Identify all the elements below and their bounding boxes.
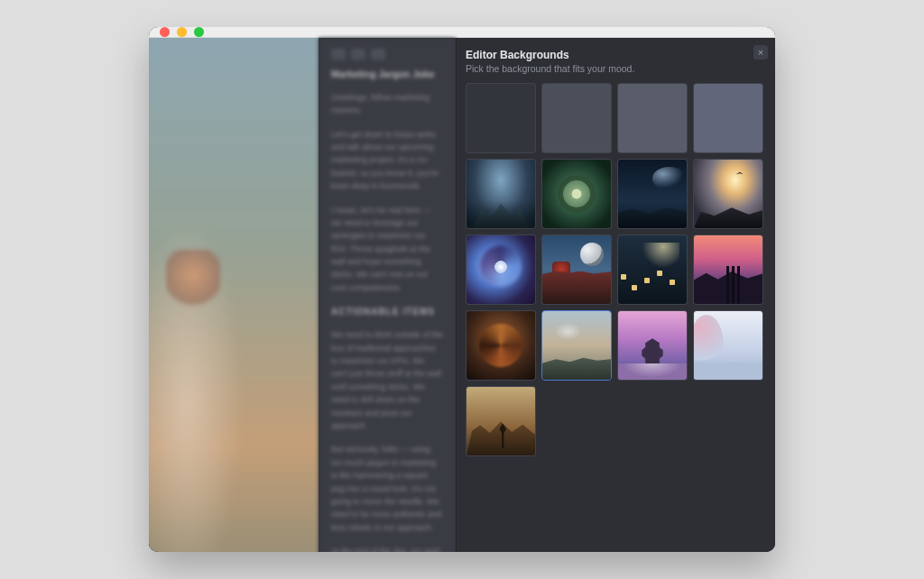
background-tile-mountain-spires[interactable] bbox=[466, 159, 536, 229]
thumbnail-art bbox=[467, 387, 535, 455]
background-tile-solid-slate[interactable] bbox=[541, 83, 612, 153]
backgrounds-grid bbox=[466, 83, 766, 456]
backgrounds-panel: × Editor Backgrounds Pick the background… bbox=[456, 38, 775, 552]
app-window: Marketing Jargon Joke Greetings, fellow … bbox=[149, 27, 775, 552]
background-tile-desert-canyon[interactable] bbox=[466, 386, 536, 456]
thumbnail-art bbox=[467, 311, 535, 380]
background-tile-forest-portal[interactable] bbox=[541, 159, 612, 229]
thumbnail-art bbox=[542, 235, 611, 304]
panel-subtitle: Pick the background that fits your mood. bbox=[466, 63, 766, 74]
thumbnail-art bbox=[694, 235, 762, 304]
document-paragraph: At the end of the day, our goal is to al… bbox=[331, 545, 443, 552]
editor-toolbar bbox=[331, 49, 443, 60]
background-tile-misty-meadow[interactable] bbox=[541, 310, 612, 381]
thumbnail-art bbox=[618, 160, 687, 228]
background-tile-solid-graphite[interactable] bbox=[617, 83, 688, 153]
editor-document: Marketing Jargon Joke Greetings, fellow … bbox=[319, 38, 456, 552]
thumbnail-art bbox=[467, 84, 535, 152]
panel-close-button[interactable]: × bbox=[753, 45, 768, 60]
document-paragraph: But seriously, folks — using too much ja… bbox=[331, 443, 443, 534]
toolbar-button[interactable] bbox=[331, 49, 346, 60]
window-titlebar bbox=[149, 27, 775, 38]
background-tile-cherry-pagoda[interactable] bbox=[617, 310, 688, 381]
thumbnail-art bbox=[542, 84, 611, 152]
document-paragraph: Let's get down to brass tacks and talk a… bbox=[331, 128, 443, 193]
background-tile-winter-blossom[interactable] bbox=[693, 310, 763, 381]
window-zoom-button[interactable] bbox=[194, 27, 204, 37]
document-paragraph: I mean, let's be real here — we need to … bbox=[331, 204, 443, 295]
toolbar-button[interactable] bbox=[351, 49, 365, 60]
background-tile-solid-dark[interactable] bbox=[466, 83, 536, 153]
thumbnail-art bbox=[694, 311, 762, 380]
background-tile-night-cliffs[interactable] bbox=[617, 159, 688, 229]
thumbnail-art bbox=[467, 160, 535, 228]
thumbnail-art bbox=[542, 160, 611, 228]
thumbnail-art bbox=[467, 235, 535, 304]
window-minimize-button[interactable] bbox=[177, 27, 187, 37]
window-close-button[interactable] bbox=[160, 27, 170, 37]
toolbar-button[interactable] bbox=[371, 49, 385, 60]
thumbnail-art bbox=[694, 84, 762, 152]
thumbnail-art bbox=[618, 311, 687, 380]
background-tile-magenta-dusk[interactable] bbox=[693, 234, 763, 305]
background-tile-lantern-harbor[interactable] bbox=[617, 234, 688, 305]
thumbnail-art bbox=[618, 235, 687, 304]
background-tile-moonlit-temple[interactable] bbox=[541, 234, 612, 305]
background-tile-dragon-flame[interactable] bbox=[466, 310, 536, 381]
thumbnail-art bbox=[618, 84, 687, 152]
editor-background-preview bbox=[149, 38, 319, 552]
background-tile-nebula-swirl[interactable] bbox=[466, 234, 536, 305]
document-subhead: ACTIONABLE ITEMS bbox=[331, 305, 443, 319]
document-greeting: Greetings, fellow marketing mavens, bbox=[331, 91, 443, 117]
document-title: Marketing Jargon Joke bbox=[331, 67, 443, 82]
background-tile-solid-steel[interactable] bbox=[693, 83, 763, 153]
thumbnail-art bbox=[694, 160, 762, 228]
panel-title: Editor Backgrounds bbox=[466, 49, 766, 61]
thumbnail-art bbox=[542, 311, 611, 380]
document-paragraph: We need to think outside of the box of t… bbox=[331, 328, 443, 432]
background-tile-sunset-bird[interactable] bbox=[693, 159, 763, 229]
